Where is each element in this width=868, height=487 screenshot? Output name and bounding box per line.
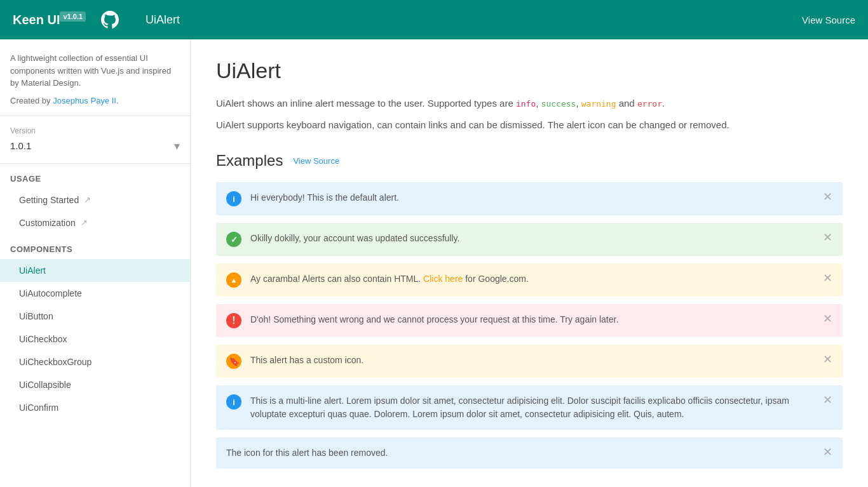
alert-custom-close[interactable]: ✕ — [823, 354, 832, 365]
alert-success-icon: ✓ — [226, 232, 241, 247]
alert-custom-icon: 🔖 — [226, 354, 241, 369]
chevron-down-icon: ▾ — [174, 139, 180, 153]
alert-multiline-close[interactable]: ✕ — [823, 394, 832, 406]
warning-msg-suffix: for Google.com. — [463, 274, 529, 284]
alert-info: i Hi everybody! This is the default aler… — [216, 182, 843, 215]
examples-header: Examples View Source — [216, 152, 843, 170]
description-2: UiAlert supports keyboard navigation, ca… — [216, 117, 843, 133]
alert-error-close[interactable]: ✕ — [823, 313, 832, 324]
sidebar-item-getting-started[interactable]: Getting Started ↗ — [0, 189, 190, 211]
header: Keen UIv1.0.1 UiAlert View Source — [0, 0, 868, 39]
sidebar-created-by: Created by Josephus Paye II. — [10, 96, 180, 105]
alert-multiline: i This is a multi-line alert. Lorem ipsu… — [216, 385, 843, 430]
and-text: and — [619, 98, 635, 109]
examples-title: Examples — [216, 152, 283, 170]
alert-custom-message: This alert has a custom icon. — [250, 354, 817, 367]
sidebar-item-uicollapsible[interactable]: UiCollapsible — [0, 373, 190, 396]
warning-msg-prefix: Ay caramba! Alerts can also contain HTML… — [250, 274, 423, 284]
header-brand: Keen UIv1.0.1 — [13, 10, 120, 30]
code-error: error — [637, 99, 662, 109]
external-link-icon: ↗ — [81, 218, 88, 227]
alert-error-icon: ! — [226, 313, 241, 328]
alert-error: ! D'oh! Something went wrong and we cann… — [216, 304, 843, 337]
layout: A lightweight collection of essential UI… — [0, 39, 868, 487]
sidebar-item-uibutton[interactable]: UiButton — [0, 305, 190, 328]
alert-warning-link[interactable]: Click here — [423, 274, 463, 284]
alert-info-close[interactable]: ✕ — [823, 191, 832, 203]
customization-label: Customization — [19, 218, 76, 228]
uialert-label: UiAlert — [19, 265, 46, 276]
version-select[interactable]: 1.0.1 ▾ — [10, 139, 180, 153]
version-value: 1.0.1 — [10, 140, 31, 151]
alert-error-message: D'oh! Something went wrong and we cannot… — [250, 313, 817, 326]
code-success: success — [541, 99, 576, 109]
sidebar-item-uiconfirm[interactable]: UiConfirm — [0, 396, 190, 419]
alert-noicon-message: The icon for this alert has been removed… — [226, 446, 817, 460]
sidebar-meta: A lightweight collection of essential UI… — [0, 39, 190, 116]
alert-multiline-icon: i — [226, 394, 241, 410]
getting-started-label: Getting Started — [19, 195, 79, 205]
alert-warning-close[interactable]: ✕ — [823, 272, 832, 284]
components-section-title: Components — [0, 234, 190, 259]
sidebar-item-uicheckbox[interactable]: UiCheckbox — [0, 328, 190, 350]
sidebar-version-section: Version 1.0.1 ▾ — [0, 116, 190, 164]
alert-warning-message: Ay caramba! Alerts can also contain HTML… — [250, 272, 817, 286]
main-content: UiAlert UiAlert shows an inline alert me… — [191, 39, 868, 487]
brand-name: Keen UI — [13, 13, 60, 27]
alert-noicon-close[interactable]: ✕ — [823, 446, 832, 458]
alert-warning: ▲ Ay caramba! Alerts can also contain HT… — [216, 264, 843, 297]
alert-success-message: Okilly dokilly, your account was updated… — [250, 232, 817, 245]
alert-success-close[interactable]: ✕ — [823, 232, 832, 243]
external-link-icon: ↗ — [84, 195, 91, 204]
version-badge: v1.0.1 — [60, 11, 86, 22]
usage-section-title: Usage — [0, 164, 190, 189]
code-info: info — [516, 99, 536, 109]
examples-view-source-link[interactable]: View Source — [293, 156, 339, 166]
sidebar: A lightweight collection of essential UI… — [0, 39, 191, 487]
alert-multiline-message: This is a multi-line alert. Lorem ipsum … — [250, 394, 817, 421]
uicollapsible-label: UiCollapsible — [19, 380, 71, 390]
uicheckboxgroup-label: UiCheckboxGroup — [19, 357, 92, 367]
alert-info-message: Hi everybody! This is the default alert. — [250, 191, 817, 204]
sidebar-item-uiautocomplete[interactable]: UiAutocomplete — [0, 282, 190, 305]
alert-success: ✓ Okilly dokilly, your account was updat… — [216, 223, 843, 256]
uicheckbox-label: UiCheckbox — [19, 334, 67, 344]
uibutton-label: UiButton — [19, 311, 53, 321]
sidebar-description: A lightweight collection of essential UI… — [10, 52, 180, 90]
desc1-prefix: UiAlert shows an inline alert message to… — [216, 98, 516, 109]
header-view-source-link[interactable]: View Source — [802, 15, 855, 25]
alert-noicon: The icon for this alert has been removed… — [216, 437, 843, 469]
alert-warning-icon: ▲ — [226, 272, 241, 288]
github-icon[interactable] — [100, 10, 120, 30]
uiconfirm-label: UiConfirm — [19, 403, 58, 413]
page-title: UiAlert — [216, 58, 843, 83]
alert-info-icon: i — [226, 191, 241, 206]
author-link[interactable]: Josephus Paye II — [53, 96, 116, 105]
uiautocomplete-label: UiAutocomplete — [19, 288, 82, 298]
created-by-text: Created by — [10, 96, 53, 105]
alert-custom: 🔖 This alert has a custom icon. ✕ — [216, 345, 843, 378]
sidebar-item-uicheckboxgroup[interactable]: UiCheckboxGroup — [0, 350, 190, 373]
code-warning: warning — [581, 99, 616, 109]
app-logo: Keen UIv1.0.1 — [13, 13, 86, 27]
header-component-name: UiAlert — [146, 13, 180, 27]
sidebar-item-uialert[interactable]: UiAlert — [0, 259, 190, 282]
sidebar-item-customization[interactable]: Customization ↗ — [0, 211, 190, 234]
description-1: UiAlert shows an inline alert message to… — [216, 96, 843, 111]
version-label: Version — [10, 126, 180, 135]
